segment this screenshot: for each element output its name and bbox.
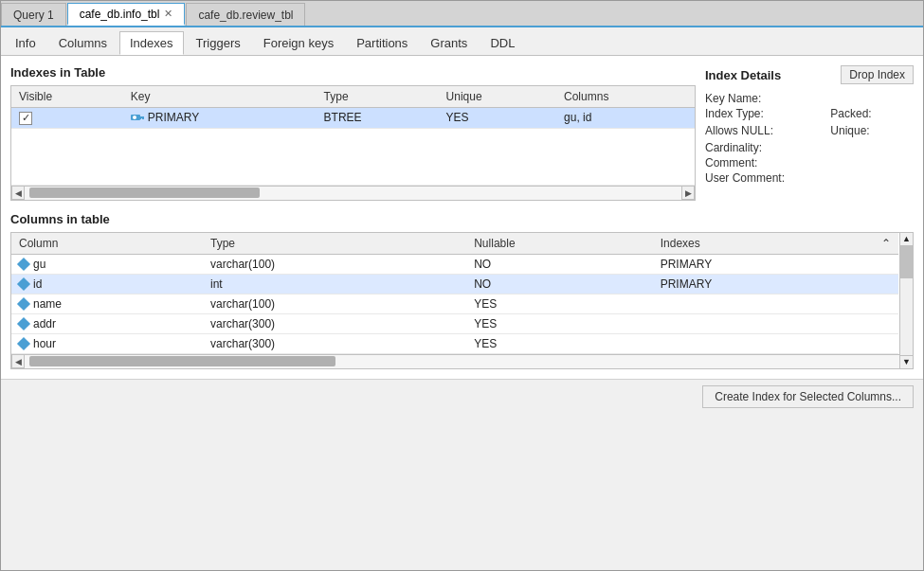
cell-indexes: PRIMARY [653, 274, 874, 294]
v-scrollbar: ▲ ▼ [899, 233, 913, 368]
cell-extra [874, 294, 898, 313]
field-comment-label: Comment: [705, 156, 826, 170]
tab-partitions[interactable]: Partitions [346, 31, 418, 55]
key-icon [131, 112, 146, 123]
indexes-title: Indexes in Table [10, 65, 696, 80]
v-scroll-up-icon[interactable]: ▲ [900, 233, 913, 246]
svg-point-4 [133, 116, 136, 119]
bottom-bar: Create Index for Selected Columns... [1, 379, 923, 414]
table-row[interactable]: hourvarchar(300)YES [11, 333, 898, 353]
cell-column: gu [11, 254, 203, 274]
cell-type: varchar(300) [203, 333, 466, 353]
cell-key: PRIMARY [123, 108, 317, 129]
tab-ddl[interactable]: DDL [480, 31, 525, 55]
tab-indexes[interactable]: Indexes [119, 31, 184, 55]
indexes-table-area: Visible Key Type Unique Columns [10, 85, 696, 201]
columns-title: Columns in table [10, 212, 914, 226]
cell-type: varchar(100) [203, 294, 466, 313]
table-row[interactable]: addrvarchar(300)YES [11, 313, 898, 333]
close-icon[interactable]: ✕ [164, 8, 172, 20]
tab-info[interactable]: Info [5, 31, 46, 55]
col-nullable: Nullable [466, 233, 653, 255]
field-cardinality-label: Cardinality: [705, 141, 826, 154]
cell-indexes [653, 333, 874, 353]
field-user-comment-value [830, 171, 914, 185]
index-details-title: Index Details [705, 68, 781, 82]
index-fields: Key Name: Index Type: Packed: Allows NUL… [705, 92, 914, 185]
tab-foreign-keys[interactable]: Foreign keys [253, 31, 344, 55]
tab-cafe-info-label: cafe_db.info_tbl [80, 8, 160, 21]
h-scroll-thumb [29, 187, 260, 198]
field-key-name-value [830, 92, 914, 105]
tab-cafe-review-label: cafe_db.review_tbl [198, 9, 293, 22]
drop-index-button[interactable]: Drop Index [841, 65, 914, 84]
col-indexes: Indexes [653, 233, 874, 255]
cell-nullable: YES [466, 333, 653, 353]
cell-type: varchar(100) [203, 254, 466, 274]
cell-nullable: NO [466, 254, 653, 274]
tab-cafe-review[interactable]: cafe_db.review_tbl [186, 3, 305, 26]
cell-type: int [203, 274, 466, 294]
field-key-name-label: Key Name: [705, 92, 826, 105]
query-tab-bar: Query 1 cafe_db.info_tbl ✕ cafe_db.revie… [1, 1, 923, 27]
v-scroll-thumb [900, 246, 913, 279]
columns-table-container: Column Type Nullable Indexes ⌃ guvarchar… [10, 232, 914, 369]
cell-indexes [653, 294, 874, 313]
cell-type: BTREE [317, 108, 439, 129]
table-row[interactable]: idintNOPRIMARY [11, 274, 898, 294]
col-column: Column [11, 233, 203, 255]
cell-column: id [11, 274, 203, 294]
cell-indexes: PRIMARY [653, 254, 874, 274]
cell-extra [874, 333, 898, 353]
cell-nullable: NO [466, 274, 653, 294]
columns-table: Column Type Nullable Indexes ⌃ guvarchar… [11, 233, 898, 354]
cell-extra [874, 274, 898, 294]
create-index-button[interactable]: Create Index for Selected Columns... [702, 385, 914, 408]
cell-nullable: YES [466, 294, 653, 313]
cell-extra [874, 254, 898, 274]
col-columns: Columns [556, 86, 695, 108]
svg-rect-2 [142, 116, 144, 119]
h-scrollbar[interactable]: ◀ ▶ [11, 186, 695, 200]
field-comment-value [830, 156, 914, 170]
main-content: Info Columns Indexes Triggers Foreign ke… [1, 27, 923, 414]
columns-table-wrapper: Column Type Nullable Indexes ⌃ guvarchar… [11, 233, 913, 354]
tab-triggers[interactable]: Triggers [186, 31, 251, 55]
tab-content: Indexes in Table Visible Key Type Unique… [1, 56, 923, 379]
indexes-section: Indexes in Table Visible Key Type Unique… [10, 65, 914, 201]
tab-grants[interactable]: Grants [420, 31, 478, 55]
columns-h-scrollbar[interactable]: ◀ ▶ [11, 354, 913, 368]
table-row[interactable]: namevarchar(100)YES [11, 294, 898, 313]
checkbox-visible[interactable]: ✓ [19, 112, 32, 125]
table-row[interactable]: guvarchar(100)NOPRIMARY [11, 254, 898, 274]
cell-extra [874, 313, 898, 333]
field-user-comment-label: User Comment: [705, 171, 826, 185]
cell-column: name [11, 294, 203, 313]
tab-columns[interactable]: Columns [48, 31, 118, 55]
cell-visible: ✓ [11, 108, 123, 129]
svg-rect-3 [139, 116, 141, 119]
col-h-scroll-thumb [29, 356, 335, 366]
field-allows-null-label: Allows NULL: [705, 124, 826, 137]
tab-query1[interactable]: Query 1 [1, 3, 66, 26]
index-details-panel: Index Details Drop Index Key Name: Index… [705, 65, 914, 201]
col-sort[interactable]: ⌃ [874, 233, 898, 255]
app-container: Query 1 cafe_db.info_tbl ✕ cafe_db.revie… [0, 0, 924, 571]
table-row[interactable]: ✓ [11, 108, 695, 129]
sub-tab-bar: Info Columns Indexes Triggers Foreign ke… [1, 27, 923, 56]
col-h-scroll-track [25, 356, 899, 366]
col-scroll-left-icon[interactable]: ◀ [11, 354, 25, 368]
scroll-right-icon[interactable]: ▶ [681, 186, 695, 200]
tab-cafe-info[interactable]: cafe_db.info_tbl ✕ [67, 3, 186, 26]
field-packed-label: Packed: [830, 107, 914, 120]
v-scroll-down-icon[interactable]: ▼ [900, 355, 913, 368]
cell-unique: YES [439, 108, 556, 129]
indexes-table: Visible Key Type Unique Columns [11, 86, 695, 186]
scroll-left-icon[interactable]: ◀ [11, 186, 25, 200]
col-type: Type [317, 86, 439, 108]
cell-column: addr [11, 313, 203, 333]
field-unique-label: Unique: [830, 124, 914, 137]
index-details-header: Index Details Drop Index [705, 65, 914, 84]
field-cardinality-value [830, 141, 914, 154]
cell-column: hour [11, 333, 203, 353]
